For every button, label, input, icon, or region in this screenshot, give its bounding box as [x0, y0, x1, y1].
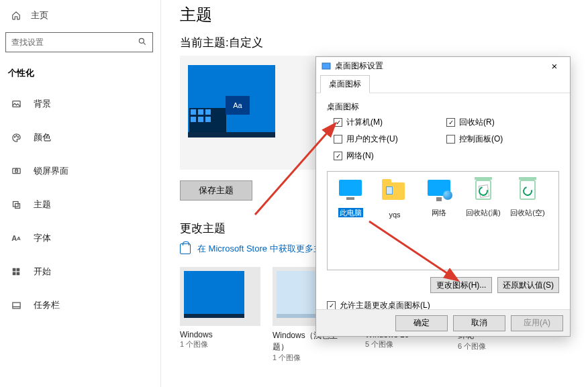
icon-item-recyclebin-empty[interactable]: 回收站(空) [507, 178, 548, 218]
checkbox-recyclebin[interactable]: 回收站(R) [446, 117, 559, 128]
sidebar-item-label: 开始 [34, 266, 51, 278]
apply-button[interactable]: 应用(A) [511, 315, 563, 331]
sidebar-item-start[interactable]: 开始 [0, 259, 160, 284]
dialog-titlebar[interactable]: 桌面图标设置 × [316, 57, 570, 74]
sidebar-section-title: 个性化 [0, 64, 160, 82]
icon-label: 回收站(满) [466, 209, 500, 217]
taskbar-icon [11, 300, 21, 311]
checkbox-icon [334, 135, 342, 144]
restore-defaults-button[interactable]: 还原默认值(S) [497, 277, 559, 293]
checkbox-network[interactable]: 网络(N) [334, 150, 446, 162]
svg-rect-16 [322, 63, 330, 69]
palette-icon [11, 132, 21, 143]
home-nav[interactable]: 主页 [0, 5, 160, 25]
page-title: 主题 [180, 4, 583, 25]
search-icon [138, 37, 147, 48]
checkbox-icon [334, 152, 342, 160]
tab-desktop-icons[interactable]: 桌面图标 [320, 75, 370, 93]
dialog-footer: 确定 取消 应用(A) [316, 309, 570, 336]
checkbox-userfiles[interactable]: 用户的文件(U) [334, 133, 446, 145]
icon-item-this-pc[interactable]: 此电脑 [330, 178, 371, 218]
svg-rect-14 [12, 302, 19, 309]
recyclebin-full-icon [471, 180, 496, 205]
svg-point-5 [17, 136, 18, 137]
font-icon: AA [11, 233, 21, 243]
theme-name: Windows [180, 330, 260, 339]
start-icon [11, 266, 21, 277]
svg-rect-13 [17, 272, 20, 276]
save-theme-button[interactable]: 保存主题 [180, 180, 252, 201]
svg-point-0 [139, 38, 144, 43]
sidebar-item-themes[interactable]: 主题 [0, 192, 160, 217]
store-link-label: 在 Microsoft Store 中获取更多主题 [197, 243, 331, 255]
svg-point-3 [14, 136, 15, 137]
svg-point-4 [15, 135, 16, 135]
folder-icon [382, 182, 407, 208]
icon-label: 此电脑 [338, 208, 363, 217]
checkbox-icon [446, 118, 455, 127]
svg-rect-9 [15, 203, 19, 208]
sidebar-item-label: 锁屏界面 [34, 165, 68, 177]
theme-count: 1 个图像 [180, 339, 260, 349]
icon-item-recyclebin-full[interactable]: 回收站(满) [463, 178, 503, 218]
desktop-icon-checkboxes: 计算机(M) 回收站(R) 用户的文件(U) 控制面板(O) 网络(N) [327, 117, 559, 162]
sidebar-item-label: 颜色 [34, 131, 51, 144]
recyclebin-empty-icon [515, 180, 540, 205]
checkbox-icon [446, 135, 455, 144]
network-icon [426, 180, 452, 205]
theme-card[interactable]: Windows 1 个图像 [180, 267, 260, 363]
icon-label: 回收站(空) [510, 209, 544, 217]
sidebar-item-fonts[interactable]: AA 字体 [0, 225, 160, 251]
monitor-icon [338, 180, 363, 205]
svg-rect-12 [13, 272, 16, 276]
cancel-button[interactable]: 取消 [453, 315, 505, 331]
theme-count: 1 个图像 [273, 353, 353, 363]
lock-icon [11, 166, 21, 176]
sidebar-item-lockscreen[interactable]: 锁屏界面 [0, 158, 160, 184]
current-theme-label: 当前主题:自定义 [180, 35, 583, 50]
search-input[interactable]: 查找设置 [5, 32, 153, 52]
settings-sidebar: 主页 查找设置 个性化 背景 颜色 锁屏界面 主题 AA 字体 开始 任务栏 [0, 0, 161, 387]
checkbox-computer[interactable]: 计算机(M) [334, 117, 446, 128]
desktop-icon-settings-dialog: 桌面图标设置 × 桌面图标 桌面图标 计算机(M) 回收站(R) 用户的文件(U… [315, 56, 571, 337]
search-placeholder: 查找设置 [11, 37, 44, 48]
dialog-title: 桌面图标设置 [335, 60, 383, 72]
checkbox-icon [334, 118, 342, 127]
group-label: 桌面图标 [327, 101, 559, 113]
svg-rect-7 [15, 170, 17, 172]
sidebar-item-colors[interactable]: 颜色 [0, 125, 160, 150]
icon-item-user[interactable]: yqs [375, 178, 415, 219]
icon-label: yqs [389, 211, 400, 219]
sidebar-item-background[interactable]: 背景 [0, 91, 160, 117]
theme-icon [11, 199, 21, 210]
sidebar-item-label: 字体 [34, 232, 51, 244]
image-icon [11, 99, 21, 109]
preview-sample-text: Aa [226, 96, 250, 115]
sidebar-item-taskbar[interactable]: 任务栏 [0, 292, 160, 318]
dialog-icon [322, 61, 331, 70]
sidebar-item-label: 背景 [34, 98, 51, 110]
dialog-tabs: 桌面图标 [316, 74, 570, 93]
theme-count: 6 个图像 [458, 341, 538, 351]
icon-preview-list: 此电脑 yqs 网络 回收站(满) 回收站(空) [327, 171, 559, 270]
checkbox-controlpanel[interactable]: 控制面板(O) [446, 133, 559, 145]
svg-rect-10 [13, 268, 16, 272]
svg-line-1 [143, 42, 145, 44]
svg-rect-11 [17, 268, 20, 272]
svg-rect-6 [12, 168, 19, 174]
sidebar-item-label: 任务栏 [34, 299, 60, 311]
theme-count: 5 个图像 [365, 339, 446, 349]
store-icon [180, 243, 191, 254]
home-label: 主页 [31, 9, 48, 21]
sidebar-item-label: 主题 [34, 199, 51, 211]
icon-label: 网络 [432, 209, 446, 217]
home-icon [11, 10, 21, 21]
ok-button[interactable]: 确定 [395, 315, 448, 331]
change-icon-button[interactable]: 更改图标(H)... [430, 277, 492, 293]
icon-item-network[interactable]: 网络 [419, 178, 459, 218]
close-icon[interactable]: × [544, 60, 565, 72]
